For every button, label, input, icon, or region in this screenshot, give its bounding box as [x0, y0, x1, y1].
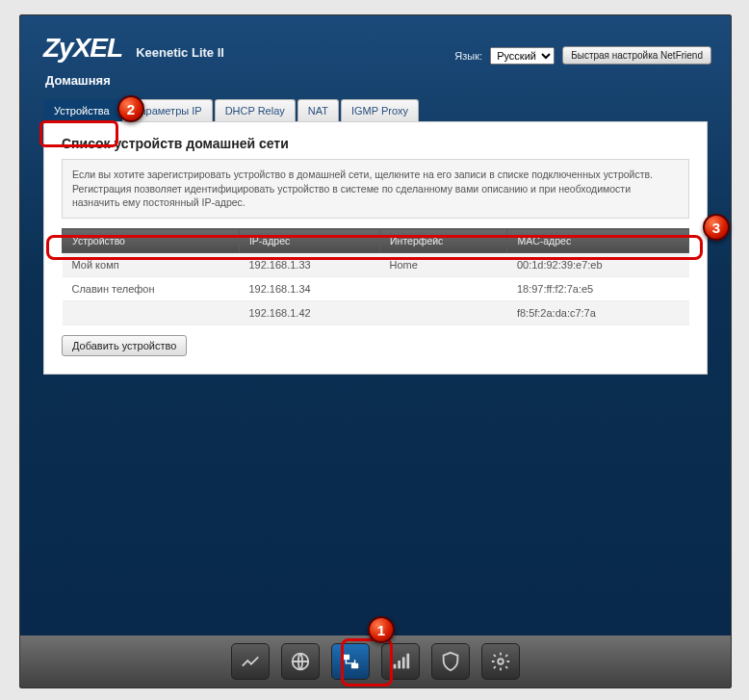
badge-2: 2 — [117, 95, 144, 122]
brand-logo: ZyXEL — [43, 33, 122, 64]
add-device-button[interactable]: Добавить устройство — [62, 335, 187, 356]
svg-rect-5 — [402, 657, 405, 668]
svg-point-7 — [498, 659, 504, 664]
monitor-icon[interactable] — [231, 643, 270, 680]
breadcrumb: Домашняя — [45, 73, 708, 88]
highlight-row — [46, 235, 703, 260]
lang-label: Язык: — [454, 50, 482, 62]
info-box: Если вы хотите зарегистрировать устройст… — [62, 159, 689, 219]
tab-nat[interactable]: NAT — [297, 99, 339, 121]
shield-icon[interactable] — [431, 643, 470, 680]
svg-rect-3 — [394, 664, 397, 669]
tab-devices[interactable]: Устройства — [43, 99, 120, 121]
highlight-bottom-icon — [341, 638, 393, 687]
table-row[interactable]: 192.168.1.42 f8:5f:2a:da:c7:7a — [63, 301, 689, 325]
gear-icon[interactable] — [481, 643, 520, 680]
netfriend-button[interactable]: Быстрая настройка NetFriend — [562, 46, 711, 65]
svg-rect-6 — [406, 654, 409, 669]
svg-rect-4 — [398, 661, 400, 668]
tab-dhcp-relay[interactable]: DHCP Relay — [215, 99, 296, 121]
badge-1: 1 — [368, 616, 395, 643]
globe-icon[interactable] — [281, 643, 320, 680]
section-title: Список устройств домашней сети — [62, 136, 689, 151]
model-label: Keenetic Lite II — [136, 45, 224, 60]
tab-igmp[interactable]: IGMP Proxy — [341, 99, 419, 121]
highlight-tab — [39, 120, 118, 147]
badge-3: 3 — [703, 214, 730, 241]
table-row[interactable]: Славин телефон 192.168.1.34 18:97:ff:f2:… — [63, 277, 689, 301]
language-select[interactable]: Русский — [490, 47, 555, 65]
